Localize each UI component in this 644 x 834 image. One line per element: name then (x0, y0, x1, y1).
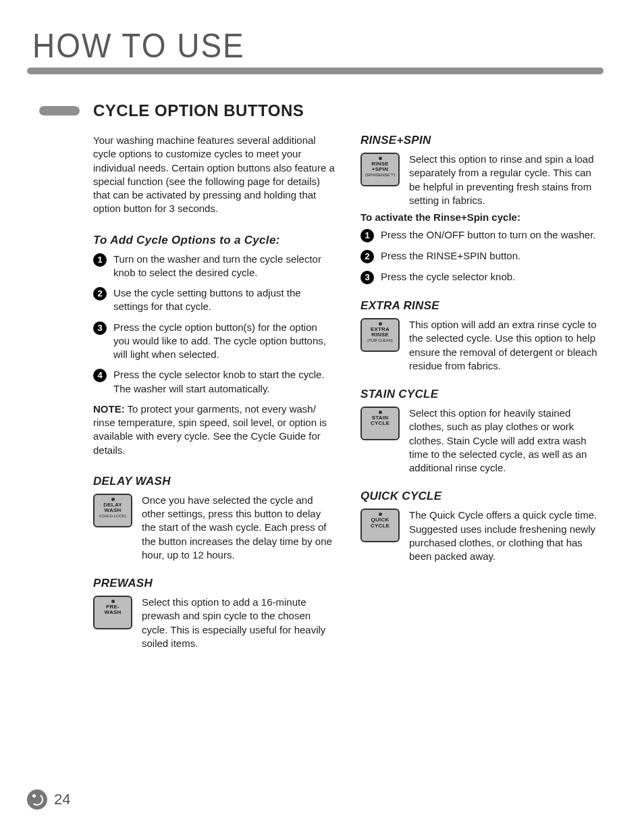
prewash-text: Select this option to add a 16-minute pr… (142, 596, 336, 650)
add-cycle-step: 4 Press the cycle selector knob to start… (93, 368, 336, 396)
delay-wash-heading: DELAY WASH (93, 475, 336, 488)
page-title: HOW TO USE (32, 25, 603, 65)
stain-cycle-text: Select this option for heavily stained c… (409, 407, 603, 475)
step-number-icon: 3 (360, 271, 374, 284)
extra-rinse-text: This option will add an extra rinse cycl… (409, 318, 603, 373)
prewash-button-icon: PRE- WASH (93, 596, 132, 629)
note-text: NOTE: To protect your garments, not ever… (93, 402, 336, 457)
extra-rinse-heading: EXTRA RINSE (360, 299, 603, 313)
note-label: NOTE: (93, 403, 125, 415)
note-body: To protect your garments, not every wash… (93, 403, 327, 456)
add-cycle-heading: To Add Cycle Options to a Cycle: (93, 234, 336, 247)
rinse-spin-step: 3 Press the cycle selector knob. (360, 270, 603, 284)
delay-wash-button-icon: DELAY WASH (CHILD LOCK) (93, 494, 132, 527)
rinse-spin-step: 2 Press the RINSE+SPIN button. (360, 249, 603, 263)
prewash-heading: PREWASH (93, 577, 336, 590)
add-cycle-step: 2 Use the cycle setting buttons to adjus… (93, 286, 336, 314)
step-text: Press the RINSE+SPIN button. (381, 249, 520, 263)
step-text: Press the ON/OFF button to turn on the w… (381, 228, 596, 242)
section-bullet-icon (39, 106, 80, 115)
quick-cycle-block: QUICK CYCLE QUICK CYCLE The Quick Cycle … (360, 490, 603, 563)
left-column: Your washing machine features several ad… (93, 134, 336, 665)
rinse-spin-heading: RINSE+SPIN (360, 134, 603, 147)
step-text: Press the cycle option button(s) for the… (113, 321, 336, 362)
add-cycle-step: 3 Press the cycle option button(s) for t… (93, 321, 336, 362)
page-footer: 24 (27, 789, 70, 810)
quick-cycle-text: The Quick Cycle offers a quick cycle tim… (409, 509, 603, 563)
section-intro: Your washing machine features several ad… (93, 134, 336, 216)
rinse-spin-block: RINSE+SPIN RINSE +SPIN (SPINSENSE™) Sele… (360, 134, 603, 284)
extra-rinse-block: EXTRA RINSE EXTRA RINSE (TUB CLEAN) This… (360, 299, 603, 373)
page-number: 24 (54, 791, 70, 808)
section-title: CYCLE OPTION BUTTONS (93, 101, 304, 120)
prewash-block: PREWASH PRE- WASH Select this option to … (93, 577, 336, 650)
quick-cycle-heading: QUICK CYCLE (360, 490, 603, 503)
section-header: CYCLE OPTION BUTTONS (39, 101, 603, 120)
step-number-icon: 1 (360, 229, 374, 242)
step-number-icon: 2 (93, 287, 107, 301)
extra-rinse-button-icon: EXTRA RINSE (TUB CLEAN) (360, 318, 400, 352)
step-number-icon: 4 (93, 369, 107, 382)
rinse-spin-activate-heading: To activate the Rinse+Spin cycle: (360, 211, 603, 223)
step-text: Press the cycle selector knob to start t… (113, 368, 336, 396)
rinse-spin-text: Select this option to rinse and spin a l… (409, 153, 603, 207)
step-text: Press the cycle selector knob. (381, 270, 515, 284)
step-text: Turn on the washer and turn the cycle se… (113, 253, 336, 280)
right-column: RINSE+SPIN RINSE +SPIN (SPINSENSE™) Sele… (360, 134, 603, 665)
title-rule (27, 68, 603, 74)
step-number-icon: 1 (93, 253, 107, 267)
lg-logo-icon (27, 789, 47, 810)
rinse-spin-step: 1 Press the ON/OFF button to turn on the… (360, 228, 603, 242)
quick-cycle-button-icon: QUICK CYCLE (360, 509, 400, 542)
step-number-icon: 3 (93, 321, 107, 335)
step-number-icon: 2 (360, 250, 374, 263)
rinse-spin-button-icon: RINSE +SPIN (SPINSENSE™) (360, 153, 400, 186)
stain-cycle-button-icon: STAIN CYCLE (360, 407, 400, 440)
stain-cycle-block: STAIN CYCLE STAIN CYCLE Select this opti… (360, 388, 603, 475)
stain-cycle-heading: STAIN CYCLE (360, 388, 603, 401)
step-text: Use the cycle setting buttons to adjust … (113, 286, 336, 314)
delay-wash-text: Once you have selected the cycle and oth… (142, 494, 336, 562)
delay-wash-block: DELAY WASH DELAY WASH (CHILD LOCK) Once … (93, 475, 336, 562)
add-cycle-step: 1 Turn on the washer and turn the cycle … (93, 253, 336, 280)
